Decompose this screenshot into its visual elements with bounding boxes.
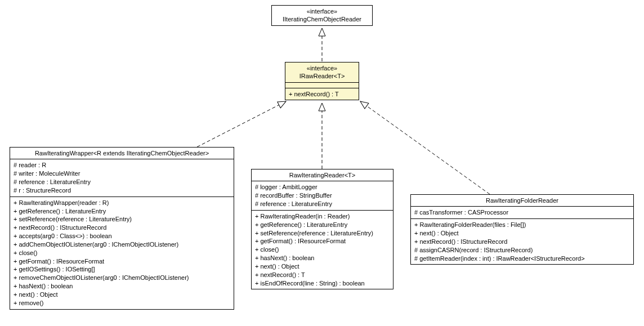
method-label: + RawIteratingFolderReader(files : File[… — [414, 221, 630, 229]
method-label: + setReference(reference : LiteratureEnt… — [255, 229, 390, 238]
class-name: RawIteratingFolderReader — [414, 197, 630, 204]
method-label: + isEndOfRecord(line : String) : boolean — [255, 279, 390, 288]
method-label: + setReference(reference : LiteratureEnt… — [14, 215, 230, 224]
method-label: # assignCASRN(record : IStructureRecord) — [414, 246, 630, 254]
method-label: + next() : Object — [414, 229, 630, 238]
class-name: IIteratingChemObjectReader — [275, 15, 369, 23]
field-label: # logger : AmbitLogger — [255, 183, 390, 191]
field-label: # reader : R — [14, 161, 230, 169]
field-label: # casTransformer : CASProcessor — [414, 208, 630, 217]
method-label: + remove() — [14, 299, 230, 307]
stereotype-label: «interface» — [289, 64, 355, 72]
stereotype-label: «interface» — [275, 7, 369, 15]
method-label: + getReference() : LiteratureEntry — [255, 221, 390, 229]
method-label: + removeChemObjectIOListener(arg0 : IChe… — [14, 274, 230, 282]
method-label: + nextRecord() : IStructureRecord — [14, 224, 230, 232]
field-label: # writer : MoleculeWriter — [14, 169, 230, 178]
field-label: # reference : LiteratureEntry — [14, 178, 230, 186]
method-label: + accepts(arg0 : Class<>) : boolean — [14, 232, 230, 240]
method-label: + hasNext() : boolean — [14, 282, 230, 291]
method-label: # getItemReader(index : int) : IRawReade… — [414, 254, 630, 263]
method-label: + getFormat() : IResourceFormat — [14, 257, 230, 266]
method-label: + nextRecord() : T — [255, 271, 390, 279]
method-label: + hasNext() : boolean — [255, 254, 390, 262]
class-raw-iterating-folder-reader: RawIteratingFolderReader # casTransforme… — [410, 194, 634, 265]
method-label: + getIOSettings() : IOSetting[] — [14, 265, 230, 274]
class-raw-iterating-reader: RawIteratingReader<T> # logger : AmbitLo… — [251, 169, 393, 289]
method-label: + addChemObjectIOListener(arg0 : IChemOb… — [14, 240, 230, 249]
method-label: + RawIteratingReader(in : Reader) — [255, 212, 390, 221]
method-label: + nextRecord() : T — [289, 90, 355, 99]
field-label: # reference : LiteratureEntry — [255, 200, 390, 208]
method-label: + getReference() : LiteratureEntry — [14, 207, 230, 216]
method-label: + RawIteratingWrapper(reader : R) — [14, 199, 230, 207]
uml-canvas: «interface» IIteratingChemObjectReader «… — [0, 0, 644, 326]
field-label: # r : StructureRecord — [14, 186, 230, 195]
class-raw-iterating-wrapper: RawIteratingWrapper<R extends IIterating… — [10, 147, 234, 310]
method-label: + next() : Object — [14, 291, 230, 299]
empty-fields-section — [285, 83, 359, 88]
class-name: IRawReader<T> — [289, 72, 355, 80]
class-iiterating-chem-object-reader: «interface» IIteratingChemObjectReader — [271, 5, 373, 26]
class-iraw-reader: «interface» IRawReader<T> + nextRecord()… — [285, 62, 359, 100]
method-label: + close() — [255, 245, 390, 254]
method-label: + nextRecord() : IStructureRecord — [414, 238, 630, 246]
class-name: RawIteratingReader<T> — [255, 171, 390, 179]
method-label: + next() : Object — [255, 262, 390, 271]
svg-line-1 — [197, 101, 286, 147]
class-name: RawIteratingWrapper<R extends IIterating… — [14, 149, 230, 157]
method-label: + getFormat() : IResourceFormat — [255, 237, 390, 245]
method-label: + close() — [14, 249, 230, 257]
field-label: # recordBuffer : StringBuffer — [255, 191, 390, 200]
